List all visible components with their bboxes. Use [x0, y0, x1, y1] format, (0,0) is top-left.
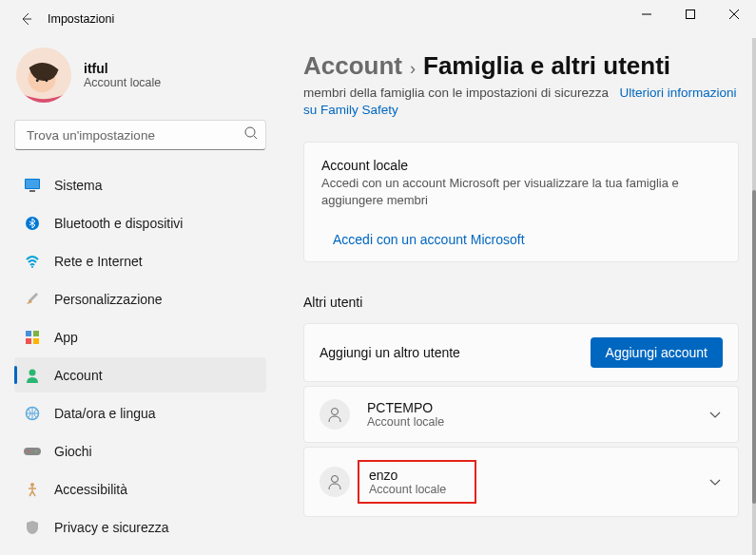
user-profile[interactable]: itful Account locale: [14, 38, 281, 120]
family-description: membri della famiglia con le impostazion…: [303, 85, 739, 119]
paintbrush-icon: [24, 291, 41, 308]
sidebar-item-gaming[interactable]: Giochi: [14, 433, 266, 469]
svg-point-10: [31, 266, 33, 268]
sidebar-item-label: Accessibilità: [54, 482, 127, 497]
svg-rect-13: [26, 338, 31, 344]
gamepad-icon: [24, 443, 41, 460]
user-row-name: enzo: [369, 468, 446, 483]
sidebar-item-system[interactable]: Sistema: [14, 167, 266, 202]
svg-rect-7: [26, 180, 39, 188]
chevron-down-icon: [709, 473, 721, 490]
window-title: Impostazioni: [48, 12, 114, 26]
close-button[interactable]: [712, 0, 756, 29]
scrollbar-thumb[interactable]: [752, 190, 756, 504]
svg-point-18: [28, 450, 29, 452]
card-subtitle: Accedi con un account Microsoft per visu…: [321, 175, 721, 208]
sidebar-item-privacy[interactable]: Privacy e sicurezza: [14, 509, 266, 545]
sidebar-item-label: Sistema: [54, 178, 103, 193]
add-user-label: Aggiungi un altro utente: [320, 345, 460, 360]
user-row-name: PCTEMPO: [367, 400, 444, 415]
display-icon: [24, 177, 41, 194]
search-icon: [243, 125, 259, 144]
user-row-type: Account locale: [369, 483, 446, 496]
svg-rect-17: [24, 448, 41, 455]
user-type: Account locale: [84, 76, 161, 89]
svg-point-15: [29, 369, 36, 375]
sidebar-item-network[interactable]: Rete e Internet: [14, 243, 266, 278]
globe-clock-icon: [24, 405, 41, 422]
person-icon: [320, 399, 350, 430]
sidebar-item-personalization[interactable]: Personalizzazione: [14, 281, 266, 316]
svg-point-19: [35, 450, 37, 452]
svg-point-3: [36, 79, 39, 82]
sidebar-item-label: App: [54, 330, 78, 345]
card-title: Account locale: [321, 158, 721, 173]
arrow-left-icon: [19, 11, 34, 27]
svg-point-21: [332, 408, 339, 414]
wifi-icon: [24, 253, 41, 270]
avatar: [16, 48, 71, 103]
maximize-button[interactable]: [669, 0, 712, 29]
close-icon: [729, 10, 739, 19]
sidebar-item-label: Bluetooth e dispositivi: [54, 216, 183, 231]
highlight-annotation: enzo Account locale: [358, 460, 476, 504]
add-user-row: Aggiungi un altro utente Aggiungi accoun…: [303, 323, 739, 382]
sidebar-item-label: Data/ora e lingua: [54, 406, 156, 421]
svg-rect-8: [29, 190, 35, 192]
chevron-down-icon: [709, 406, 721, 423]
local-account-card: Account locale Accedi con un account Mic…: [303, 142, 739, 261]
user-row-pctempo[interactable]: PCTEMPO Account locale: [303, 386, 739, 443]
back-button[interactable]: [13, 6, 40, 32]
sidebar-item-account[interactable]: Account: [14, 357, 266, 392]
svg-rect-11: [26, 331, 31, 336]
svg-rect-14: [33, 338, 39, 344]
person-icon: [320, 467, 350, 497]
page-title: Famiglia e altri utenti: [423, 51, 670, 81]
svg-rect-12: [33, 331, 39, 336]
breadcrumb-parent[interactable]: Account: [303, 51, 402, 81]
sidebar-item-bluetooth[interactable]: Bluetooth e dispositivi: [14, 205, 266, 240]
minimize-button[interactable]: [625, 0, 669, 29]
svg-rect-0: [687, 10, 695, 19]
sidebar-item-accessibility[interactable]: Accessibilità: [14, 471, 266, 507]
person-icon: [24, 367, 41, 384]
user-name: itful: [84, 61, 161, 76]
apps-icon: [24, 329, 41, 346]
svg-point-4: [45, 79, 48, 82]
bluetooth-icon: [24, 215, 41, 232]
sidebar-item-label: Giochi: [54, 444, 92, 459]
maximize-icon: [686, 10, 695, 19]
minimize-icon: [642, 10, 651, 19]
svg-point-22: [332, 475, 339, 482]
user-row-enzo[interactable]: enzo Account locale: [303, 447, 739, 517]
svg-point-20: [30, 483, 34, 487]
chevron-right-icon: ›: [410, 59, 416, 79]
shield-icon: [24, 519, 41, 536]
svg-point-5: [245, 127, 255, 137]
breadcrumb: Account › Famiglia e altri utenti: [303, 51, 739, 81]
search-input[interactable]: [14, 120, 266, 150]
add-account-button[interactable]: Aggiungi account: [591, 337, 723, 368]
sidebar-item-label: Privacy e sicurezza: [54, 520, 169, 535]
user-row-type: Account locale: [367, 415, 444, 429]
microsoft-signin-link[interactable]: Accedi con un account Microsoft: [333, 232, 525, 247]
sidebar-item-time-language[interactable]: Data/ora e lingua: [14, 395, 266, 431]
sidebar-item-label: Personalizzazione: [54, 292, 163, 307]
sidebar-item-apps[interactable]: App: [14, 319, 266, 354]
other-users-title: Altri utenti: [303, 295, 739, 310]
sidebar-item-label: Rete e Internet: [54, 254, 143, 269]
sidebar-item-label: Account: [54, 368, 103, 383]
accessibility-icon: [24, 481, 41, 498]
